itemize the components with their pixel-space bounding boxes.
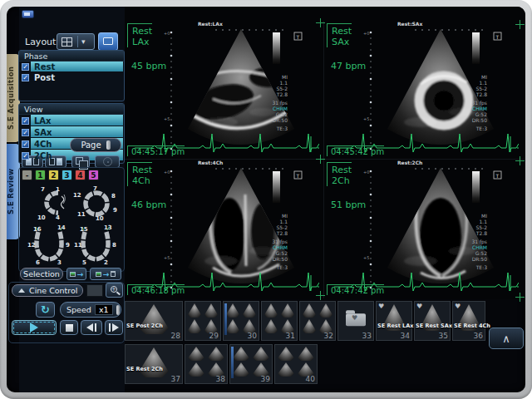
thumbnail-29[interactable]: 29 (185, 301, 221, 341)
thumbnail-label: SE Post 2Ch (126, 323, 163, 329)
send-image-button[interactable]: → (66, 268, 86, 280)
thumbnail-34[interactable]: ♥SE Rest LAx34 (376, 301, 412, 341)
tech-line: MI (251, 74, 288, 80)
quad-rest-sax[interactable]: +0+5T Rest:SAx RestSAx 47 bpm MI1.1S5-2T… (324, 21, 524, 160)
tech-line: 1.1 (451, 219, 487, 224)
step-back-button[interactable] (81, 320, 102, 335)
heart-icon: ♥ (455, 303, 461, 310)
thumbnail-number: 39 (261, 375, 270, 383)
collapse-strip-button[interactable]: ∧ (489, 328, 524, 349)
tech-line: CHRM (451, 106, 487, 111)
heart-icon: ♥ (378, 303, 384, 310)
thumbnail-number: 34 (401, 332, 410, 340)
thumbnail-30[interactable]: 30 (223, 301, 259, 341)
stop-button[interactable] (60, 320, 78, 335)
duplicate-image-button[interactable] (71, 155, 90, 168)
thumbnail-39[interactable]: 39 (229, 344, 273, 384)
phase-panel-title: Phase (19, 51, 124, 62)
tech-line: 31 fps (451, 100, 487, 106)
page-button[interactable]: Page (70, 138, 121, 152)
tech-line: S5-2 (251, 224, 288, 230)
loop-icon: ↻ (41, 303, 50, 316)
thumbnail-38[interactable]: 38 (185, 344, 228, 384)
thumbnail-36[interactable]: ♥SE Rest 4Ch36 (452, 301, 485, 341)
quad-label: RestLAx (127, 23, 152, 47)
grayscale-bar (472, 171, 480, 203)
segment-diagram-sax[interactable]: 789101112 (71, 185, 120, 221)
tech-line: S5-2 (451, 86, 487, 91)
grayscale-bar (273, 171, 280, 203)
svg-text:11: 11 (74, 242, 82, 249)
svg-text:15: 15 (80, 226, 88, 233)
app-screen: S.E Acquisition S.E Review Layout ▾ Phas… (7, 7, 525, 392)
view-row-sax[interactable]: ✓ SAx (19, 126, 124, 138)
tech-line: DR:50 (451, 117, 487, 123)
image-title: Rest:2Ch (397, 160, 422, 165)
svg-text:1: 1 (56, 186, 60, 193)
checkbox-4ch[interactable]: ✓ (22, 140, 29, 148)
step-forward-icon (112, 323, 119, 332)
checkbox-sax[interactable]: ✓ (22, 129, 29, 136)
timestamp: 04:47:42 pm (327, 284, 384, 295)
thumbnail-33[interactable]: 33 (337, 301, 374, 341)
checkbox-rest[interactable]: ✓ (22, 63, 29, 71)
phase-row-post[interactable]: ✓ Post (19, 72, 124, 83)
phase-row-rest[interactable]: ✓ Rest (19, 62, 124, 72)
thumbnail-31[interactable]: 31 (261, 301, 298, 341)
thumbnail-number: 30 (248, 332, 257, 340)
svg-text:+5: +5 (363, 116, 369, 121)
thumbnail-number: 38 (216, 375, 225, 383)
tech-line: CHRM (251, 106, 288, 111)
image-right-icon (57, 158, 62, 165)
svg-text:T: T (296, 173, 300, 179)
chevron-up-icon: ∧ (502, 332, 510, 345)
svg-text:+5: +5 (164, 255, 170, 260)
view-row-lax[interactable]: ✓ LAx (19, 115, 124, 126)
layout-label: Layout (25, 37, 56, 47)
view-panel-title: View (19, 104, 124, 115)
cine-control-button[interactable]: Cine Control (12, 284, 83, 297)
registration-mark (515, 293, 525, 302)
tech-readout: MI1.1S5-2T2.831 fpsCHRMG:52DR:50TE:3 (251, 74, 288, 131)
layout-apply-button[interactable] (98, 32, 118, 51)
page-knob[interactable] (106, 140, 111, 150)
tech-line: G:52 (251, 250, 288, 256)
thumbnail-number: 37 (171, 375, 180, 383)
registration-mark (515, 156, 525, 165)
svg-text:9: 9 (113, 207, 117, 214)
display-icon (103, 37, 113, 45)
magnifier-plus-icon: + (111, 286, 117, 293)
segment-diagram-4ch[interactable]: 161412963 (27, 224, 71, 266)
delete-image-button[interactable]: → (90, 268, 121, 280)
speed-control[interactable]: Speed x1 (60, 302, 121, 318)
thumbnail-35[interactable]: ♥SE Rest SAx35 (414, 301, 451, 341)
play-button[interactable] (12, 320, 57, 335)
thumbnail-40[interactable]: 40 (274, 344, 318, 384)
quad-label: Rest2Ch (327, 162, 352, 186)
step-forward-button[interactable] (105, 320, 123, 335)
thumbnail-32[interactable]: 32 (299, 301, 336, 341)
loop-button[interactable]: ↻ (36, 302, 55, 318)
thumbnail-28[interactable]: SE Post 2Ch28 (125, 301, 183, 341)
target-button[interactable] (95, 155, 120, 168)
quad-rest-4ch[interactable]: +0+5T Rest:4Ch Rest4Ch 46 bpm MI1.1S5-2T… (125, 160, 324, 298)
segment-diagram-lax[interactable]: 71104 (25, 185, 68, 221)
checkbox-2ch[interactable]: ✓ (22, 152, 29, 160)
speed-knob[interactable] (116, 305, 120, 315)
svg-text:4: 4 (56, 214, 60, 221)
grayscale-bar (273, 32, 280, 64)
checkbox-post[interactable]: ✓ (22, 74, 29, 81)
tech-line: 31 fps (251, 100, 288, 106)
svg-text:8: 8 (112, 242, 116, 249)
selection-button[interactable]: Selection (20, 268, 63, 280)
segment-diagram-2ch[interactable]: 151311852 (73, 224, 118, 266)
thumbnail-37[interactable]: SE Rest 2Ch37 (125, 344, 183, 384)
quad-rest-2ch[interactable]: +0+5T Rest:2Ch Rest2Ch 51 bpm MI1.1S5-2T… (324, 160, 524, 298)
layout-dropdown[interactable]: ▾ (57, 33, 95, 50)
image-title: Rest:4Ch (198, 160, 223, 165)
quad-rest-lax[interactable]: +0+5T Rest:LAx RestLAx 45 bpm MI1.1S5-2T… (125, 21, 324, 160)
play-icon (30, 323, 38, 332)
zoom-button[interactable]: + (106, 283, 123, 298)
tech-line: 1.1 (451, 80, 487, 86)
checkbox-lax[interactable]: ✓ (22, 117, 29, 125)
